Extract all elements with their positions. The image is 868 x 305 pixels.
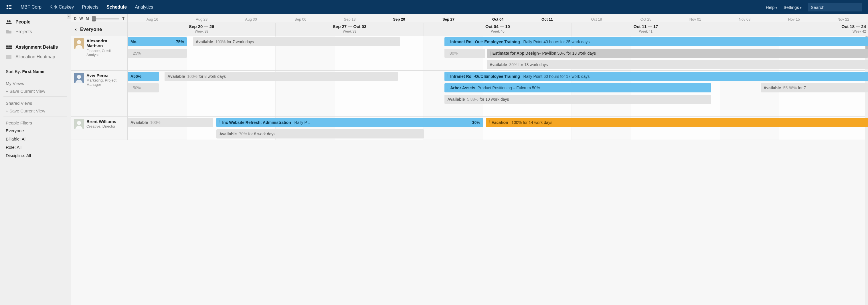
svg-rect-3 (8, 8, 11, 9)
zoom-w[interactable]: W (79, 16, 83, 21)
svg-rect-11 (10, 48, 12, 49)
date-tick[interactable]: Sep 20 (374, 16, 424, 22)
week-header[interactable]: Sep 27 — Oct 03 Week 39 (276, 23, 424, 36)
week-header[interactable]: Oct 11 — 17 Week 41 (572, 23, 720, 36)
row-person[interactable]: Aviv Perez Marketing, Project Manager (71, 71, 128, 117)
heatmap-icon (6, 55, 12, 59)
date-tick[interactable]: Nov 08 (720, 16, 769, 22)
sidebar-item-projects[interactable]: Projects (0, 27, 71, 37)
drag-grip-icon[interactable] (447, 39, 448, 44)
date-tick[interactable]: Oct 11 (523, 16, 572, 22)
svg-point-0 (7, 5, 8, 7)
zoom-thumb[interactable] (92, 16, 96, 22)
nav-projects[interactable]: Projects (82, 5, 98, 10)
date-tick[interactable]: Nov 22 (819, 16, 868, 22)
sidebar-item-people[interactable]: People (0, 17, 71, 27)
date-tick[interactable]: Oct 18 (572, 16, 621, 22)
save-view-2[interactable]: + Save Current View (0, 107, 71, 115)
assignment-bar[interactable]: A50% (128, 72, 159, 81)
save-view-1[interactable]: + Save Current View (0, 87, 71, 95)
settings-dropdown[interactable]: Settings (783, 5, 802, 10)
week-range: Oct 18 — 24 (720, 24, 868, 29)
bar-pct: 30% (508, 62, 518, 67)
date-tick[interactable]: Sep 06 (276, 16, 325, 22)
assignment-bar[interactable]: Arbor Assets | Product Positioning – Ful… (444, 83, 711, 92)
assignment-bar[interactable]: Intranet Roll-Out: Employee Training – R… (444, 72, 868, 81)
filter-billable[interactable]: Billable: All (0, 135, 71, 143)
week-header[interactable]: Sep 20 — 26 Week 38 (128, 23, 276, 36)
availability-bar[interactable]: 50% (128, 83, 159, 92)
date-tick[interactable]: Sep 13 (325, 16, 374, 22)
svg-point-20 (77, 121, 81, 125)
availability-bar[interactable]: 25% (128, 49, 187, 58)
nav-org[interactable]: MBF Corp (21, 5, 41, 10)
week-number: Week 42 (720, 29, 868, 33)
availability-bar[interactable]: Available 5.88%for 10 work days (444, 95, 711, 104)
drag-grip-icon[interactable] (489, 120, 490, 125)
row-grid[interactable]: Available 100%Inc Website Refresh: Admin… (128, 117, 868, 140)
row-grid[interactable]: Mo...75%Available 100%for 7 work daysInt… (128, 36, 868, 70)
heading-left: ‹ Everyone (71, 23, 128, 36)
back-chevron-icon[interactable]: ‹ (75, 26, 77, 32)
drag-grip-icon[interactable] (490, 51, 491, 56)
availability-bar[interactable]: Available 55.88%for 7 (761, 83, 868, 92)
sidebar-label: Assignment Details (16, 44, 58, 50)
sidebar-item-assign-details[interactable]: Assignment Details (0, 42, 71, 52)
svg-rect-13 (8, 55, 10, 59)
grid-body[interactable]: Alexandra Mattson Finance, Credit Analys… (71, 36, 868, 305)
lane: Available 30%for 18 work days (128, 59, 868, 70)
date-tick[interactable]: Oct 25 (621, 16, 671, 22)
date-tick[interactable]: Sep 27 (424, 16, 473, 22)
assignment-bar[interactable]: Inc Website Refresh: Administration – Ra… (216, 118, 483, 127)
availability-bar[interactable]: Available 30%for 18 work days (487, 60, 868, 69)
help-dropdown[interactable]: Help (766, 5, 777, 10)
week-header[interactable]: Oct 04 — 10 Week 40 (424, 23, 572, 36)
zoom-t[interactable]: T (122, 16, 124, 21)
availability-bar[interactable]: 80% (444, 49, 485, 58)
zoom-row: D W M T Aug 16Aug 23Aug 30Sep 06Sep 13Se… (71, 14, 868, 23)
lane: Available 100%Inc Website Refresh: Admin… (128, 117, 868, 128)
vacation-bar[interactable]: Vacation – 100% for 14 work days (486, 118, 868, 127)
availability-bar[interactable]: Available 70%for 8 work days (216, 129, 424, 139)
nav-analytics[interactable]: Analytics (135, 5, 153, 10)
sidebar-item-heatmap[interactable]: Allocation Heatmap (0, 52, 71, 62)
nav-schedule[interactable]: Schedule (106, 5, 127, 10)
sort-by[interactable]: Sort By: First Name (0, 67, 71, 75)
bar-title: Vacation (492, 120, 508, 125)
availability-bar[interactable]: Available 100%for 8 work days (164, 72, 398, 81)
nav-user[interactable]: Kirk Caskey (50, 5, 74, 10)
svg-rect-1 (8, 5, 11, 7)
date-tick[interactable]: Aug 16 (128, 16, 177, 22)
date-tick[interactable]: Aug 30 (226, 16, 276, 22)
date-tick[interactable]: Nov 15 (769, 16, 818, 22)
search-input[interactable] (808, 3, 862, 11)
zoom-d[interactable]: D (74, 16, 76, 21)
lane: Mo...75%Available 100%for 7 work daysInt… (128, 36, 868, 48)
zoom-slider[interactable] (92, 18, 120, 20)
assignment-bar[interactable]: Estimate for App Design – Pavilion 50% f… (487, 49, 868, 58)
sidebar-scroll-up[interactable]: ▴ (67, 14, 71, 19)
bar-sub: – Rally Point 60 hours for 17 work days (520, 74, 590, 79)
date-tick[interactable]: Aug 23 (177, 16, 226, 22)
row-person[interactable]: Brent Williams Creative, Director (71, 117, 128, 140)
filter-discipline[interactable]: Discipline: All (0, 151, 71, 160)
heading-title: Everyone (80, 27, 102, 32)
assignment-bar[interactable]: Mo...75% (128, 37, 187, 47)
availability-bar[interactable]: Available 100% (128, 118, 213, 127)
bar-title: Intranet Roll-Out: Employee Training (450, 74, 520, 79)
zoom-m[interactable]: M (86, 16, 89, 21)
filter-everyone[interactable]: Everyone (0, 126, 71, 135)
week-header[interactable]: Oct 18 — 24 Week 42 (720, 23, 868, 36)
drag-grip-icon[interactable] (447, 74, 448, 79)
date-tick[interactable]: Nov 01 (671, 16, 720, 22)
filter-role[interactable]: Role: All (0, 143, 71, 151)
assignment-bar[interactable]: Intranet Roll-Out: Employee Training – R… (444, 37, 868, 47)
row-person[interactable]: Alexandra Mattson Finance, Credit Analys… (71, 36, 128, 70)
bar-sub: – Rally P... (291, 120, 310, 125)
svg-rect-12 (6, 55, 8, 59)
drag-grip-icon[interactable] (447, 85, 448, 90)
availability-bar[interactable]: Available 100%for 7 work days (193, 37, 400, 47)
drag-grip-icon[interactable] (219, 120, 220, 125)
date-tick[interactable]: Oct 04 (473, 16, 522, 22)
row-grid[interactable]: A50%Available 100%for 8 work daysIntrane… (128, 71, 868, 117)
